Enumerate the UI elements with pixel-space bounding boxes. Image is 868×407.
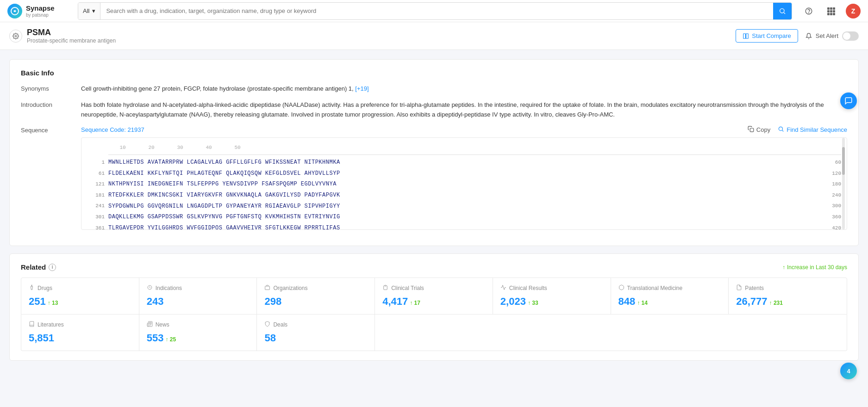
brand-sub: by patsnap	[26, 12, 55, 18]
set-alert-label: Set Alert	[816, 32, 838, 39]
stat-lit-header: Literatures	[29, 321, 131, 328]
search-type-dropdown[interactable]: All ▾	[78, 3, 100, 19]
ruler-30: 30	[166, 143, 194, 153]
synonyms-more-link[interactable]: [+19]	[355, 85, 368, 92]
seq-end-301: 360	[832, 213, 841, 222]
stat-organizations[interactable]: Organizations 298	[257, 278, 375, 314]
sequence-scrollbar[interactable]	[842, 138, 845, 229]
search-button[interactable]	[773, 3, 792, 19]
copy-icon	[748, 126, 754, 134]
stat-lit-label: Literatures	[37, 321, 64, 328]
synonyms-row: Synonyms Cell growth-inhibiting gene 27 …	[21, 84, 847, 94]
stat-drugs-increase: ↑ 13	[48, 300, 58, 306]
stat-indications-header: Indications	[147, 284, 250, 292]
logo-text: Synapse by patsnap	[26, 4, 55, 18]
literatures-icon	[29, 321, 35, 328]
related-info-icon[interactable]: i	[49, 264, 56, 271]
stat-patents-increase: ↑ 231	[769, 300, 783, 306]
stat-ct-value: 4,417	[382, 296, 408, 308]
start-compare-button[interactable]: Start Compare	[736, 29, 798, 43]
seq-num-1: 1	[87, 158, 105, 167]
stat-cr-increase: ↑ 33	[528, 300, 538, 306]
stat-indications[interactable]: Indications 243	[139, 278, 257, 314]
seq-row-1: 1 MWNLLHETDS AVATARRPRW LCAGALVLAG GFFLL…	[87, 158, 841, 168]
increase-badge: ↑ Increase in Last 30 days	[782, 264, 847, 271]
seq-end-121: 180	[832, 180, 841, 189]
svg-rect-7	[833, 7, 835, 10]
seq-num-301: 301	[87, 213, 105, 222]
svg-rect-10	[833, 10, 835, 12]
stat-patents[interactable]: Patents 26,777 ↑ 231	[729, 278, 847, 314]
logo-icon[interactable]	[7, 4, 22, 18]
patents-icon	[736, 284, 742, 292]
svg-rect-5	[827, 7, 830, 10]
target-settings-icon[interactable]	[9, 30, 22, 43]
svg-rect-11	[827, 13, 830, 15]
synonyms-text: Cell growth-inhibiting gene 27 protein, …	[81, 85, 354, 92]
svg-point-14	[15, 35, 17, 37]
svg-point-18	[779, 127, 783, 131]
related-header: Related i ↑ Increase in Last 30 days	[21, 263, 847, 271]
seq-body-241: SYPDGWNLPG GGVQRGNILN LNGAGDPLTP GYPANEY…	[108, 202, 828, 212]
stat-indications-label: Indications	[156, 285, 182, 291]
stat-patents-header: Patents	[736, 284, 839, 292]
stat-clinical-results[interactable]: Clinical Results 2,023 ↑ 33	[493, 278, 611, 314]
introduction-row: Introduction Has both folate hydrolase a…	[21, 100, 847, 120]
page-header-left: PSMA Prostate-specific membrane antigen	[9, 28, 116, 44]
stat-news-value: 553	[147, 332, 164, 344]
sequence-scrollbar-thumb[interactable]	[842, 147, 845, 175]
stat-cr-value: 2,023	[500, 296, 526, 308]
related-title: Related i	[21, 263, 56, 271]
alert-toggle[interactable]	[842, 31, 859, 41]
seq-body-181: RTEDFKKLER DMKINCSGKI VIARYGKVFR GNKVKNA…	[108, 191, 828, 201]
stat-drugs-header: Drugs	[29, 284, 131, 292]
sequence-code-link[interactable]: Sequence Code: 21937	[81, 126, 144, 133]
chatbot-bubble[interactable]	[840, 92, 857, 109]
stat-deals[interactable]: Deals 58	[257, 314, 375, 351]
apps-grid-button[interactable]	[824, 4, 838, 18]
stat-clinical-trials[interactable]: Clinical Trials 4,417 ↑ 17	[375, 278, 493, 314]
svg-rect-21	[265, 286, 270, 290]
stat-tm-label: Translational Medicine	[627, 285, 683, 291]
help-button[interactable]	[801, 4, 816, 18]
stat-translational[interactable]: Translational Medicine 848 ↑ 14	[611, 278, 729, 314]
seq-end-361: 420	[832, 224, 841, 230]
stat-literatures[interactable]: Literatures 5,851	[21, 314, 139, 351]
basic-info-card: Basic Info Synonyms Cell growth-inhibiti…	[9, 59, 859, 246]
stat-news-label: News	[156, 321, 169, 328]
page-subtitle: Prostate-specific membrane antigen	[27, 37, 116, 44]
search-input[interactable]	[100, 3, 773, 19]
sequence-box: 10 20 30 40 50 1 MWNLLHETDS AVATARRPRW L…	[81, 137, 847, 230]
stat-deals-value: 58	[264, 332, 275, 344]
svg-line-2	[784, 12, 785, 14]
stat-patents-value: 26,777	[736, 296, 767, 308]
user-avatar[interactable]: Z	[846, 4, 861, 18]
stat-news[interactable]: News 553 ↑ 25	[139, 314, 257, 351]
compare-btn-label: Start Compare	[752, 32, 791, 39]
increase-label: Increase in Last 30 days	[787, 264, 847, 271]
seq-num-361: 361	[87, 224, 105, 230]
float-count-badge[interactable]: 4	[840, 363, 857, 379]
svg-point-1	[780, 8, 784, 12]
ruler-50: 50	[223, 143, 252, 153]
stat-orgs-value-row: 298	[264, 296, 367, 308]
stat-lit-value: 5,851	[29, 332, 54, 344]
seq-num-181: 181	[87, 191, 105, 200]
sequence-row: Sequence Sequence Code: 21937 Copy	[21, 126, 847, 230]
stat-tm-header: Translational Medicine	[618, 284, 721, 292]
find-similar-icon	[778, 126, 784, 134]
stat-empty	[375, 314, 847, 351]
ruler-10: 10	[108, 143, 137, 153]
stat-drugs[interactable]: Drugs 251 ↑ 13	[21, 278, 139, 314]
svg-rect-17	[750, 129, 754, 132]
seq-body-61: FLDELKAENI KKFLYNFTQI PHLAGTEQNF QLAKQIQ…	[108, 169, 828, 179]
seq-num-121: 121	[87, 180, 105, 189]
seq-body-361: TLRGAVEPDR YVILGGHRDS WVFGGIDPQS GAAVVHE…	[108, 223, 828, 230]
introduction-label: Introduction	[21, 100, 81, 108]
introduction-text: Has both folate hydrolase and N-acetylat…	[81, 100, 847, 120]
stat-cr-header: Clinical Results	[500, 284, 603, 292]
find-similar-button[interactable]: Find Similar Sequence	[778, 126, 847, 134]
copy-button[interactable]: Copy	[748, 126, 770, 134]
seq-num-241: 241	[87, 202, 105, 211]
page-header-right: Start Compare Set Alert	[736, 29, 859, 43]
